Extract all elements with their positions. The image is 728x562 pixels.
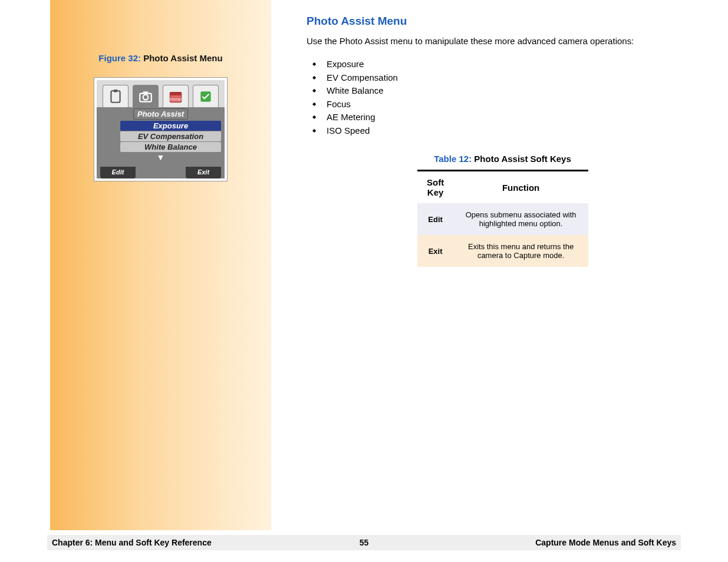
bullet-item: White Balance bbox=[312, 84, 699, 98]
page: Figure 32: Photo Assist Menu 07/07/97 bbox=[0, 0, 728, 530]
footer-page-number: 55 bbox=[360, 538, 369, 547]
svg-rect-4 bbox=[143, 91, 149, 94]
menu-item-wb: White Balance bbox=[120, 142, 221, 152]
menu-title: Photo Assist bbox=[133, 108, 188, 120]
content-column: Photo Assist Menu Use the Photo Assist m… bbox=[271, 0, 728, 530]
check-icon bbox=[198, 89, 213, 104]
menu-item-exposure: Exposure bbox=[120, 121, 221, 131]
softkey-bar: Edit Exit bbox=[97, 167, 225, 178]
tab-icon-camera bbox=[133, 85, 159, 107]
tab-icon-clipboard bbox=[103, 85, 129, 107]
sidebar-column: Figure 32: Photo Assist Menu 07/07/97 bbox=[50, 0, 271, 530]
table-header: Function bbox=[454, 171, 588, 204]
svg-rect-6 bbox=[170, 92, 182, 95]
menu-area: Photo Assist Exposure EV Compensation Wh… bbox=[97, 107, 225, 167]
menu-list: Exposure EV Compensation White Balance bbox=[120, 121, 221, 153]
camera-icon bbox=[138, 89, 153, 104]
table-header: Soft Key bbox=[417, 171, 454, 204]
cell-function: Exits this menu and returns the camera t… bbox=[454, 235, 588, 267]
svg-text:07/07/97: 07/07/97 bbox=[170, 97, 182, 101]
camera-screenshot: 07/07/97 Photo Assist Exposure EV Compen… bbox=[94, 78, 227, 181]
intro-text: Use the Photo Assist menu to manipulate … bbox=[307, 36, 699, 46]
figure-label: Figure 32: bbox=[98, 53, 141, 63]
footer-right: Capture Mode Menus and Soft Keys bbox=[535, 538, 676, 547]
down-arrow-icon: ▼ bbox=[157, 153, 165, 162]
cell-softkey: Edit bbox=[417, 203, 454, 235]
calendar-icon: 07/07/97 bbox=[168, 89, 183, 104]
bullet-item: Exposure bbox=[312, 58, 699, 71]
table-title: Photo Assist Soft Keys bbox=[472, 154, 571, 164]
clipboard-icon bbox=[108, 89, 123, 104]
cell-function: Opens submenu associated with highlighte… bbox=[454, 203, 588, 235]
tab-row: 07/07/97 bbox=[97, 80, 225, 107]
bullet-list: Exposure EV Compensation White Balance F… bbox=[307, 58, 699, 137]
figure-title: Photo Assist Menu bbox=[141, 53, 223, 63]
svg-point-3 bbox=[143, 94, 149, 100]
table-label: Table 12: bbox=[434, 154, 472, 164]
softkey-edit: Edit bbox=[100, 167, 136, 178]
table-caption: Table 12: Photo Assist Soft Keys bbox=[307, 154, 699, 164]
svg-rect-1 bbox=[113, 90, 117, 92]
bullet-item: ISO Speed bbox=[312, 124, 699, 138]
cell-softkey: Exit bbox=[417, 235, 454, 267]
figure-caption: Figure 32: Photo Assist Menu bbox=[50, 53, 271, 63]
tab-icon-calendar: 07/07/97 bbox=[163, 85, 189, 107]
page-footer: Chapter 6: Menu and Soft Key Reference 5… bbox=[47, 535, 681, 550]
menu-item-ev: EV Compensation bbox=[120, 131, 221, 141]
screenshot-body: 07/07/97 Photo Assist Exposure EV Compen… bbox=[97, 80, 225, 167]
svg-rect-0 bbox=[111, 91, 120, 103]
tab-icon-check bbox=[193, 85, 219, 107]
table-row: Edit Opens submenu associated with highl… bbox=[417, 203, 588, 235]
footer-left: Chapter 6: Menu and Soft Key Reference bbox=[52, 538, 212, 547]
bullet-item: AE Metering bbox=[312, 111, 699, 124]
section-title: Photo Assist Menu bbox=[307, 15, 699, 28]
bullet-item: Focus bbox=[312, 98, 699, 111]
softkey-table: Soft Key Function Edit Opens submenu ass… bbox=[417, 170, 588, 267]
table-header-row: Soft Key Function bbox=[417, 171, 588, 204]
bullet-item: EV Compensation bbox=[312, 71, 699, 85]
softkey-exit: Exit bbox=[186, 167, 221, 178]
table-row: Exit Exits this menu and returns the cam… bbox=[417, 235, 588, 267]
